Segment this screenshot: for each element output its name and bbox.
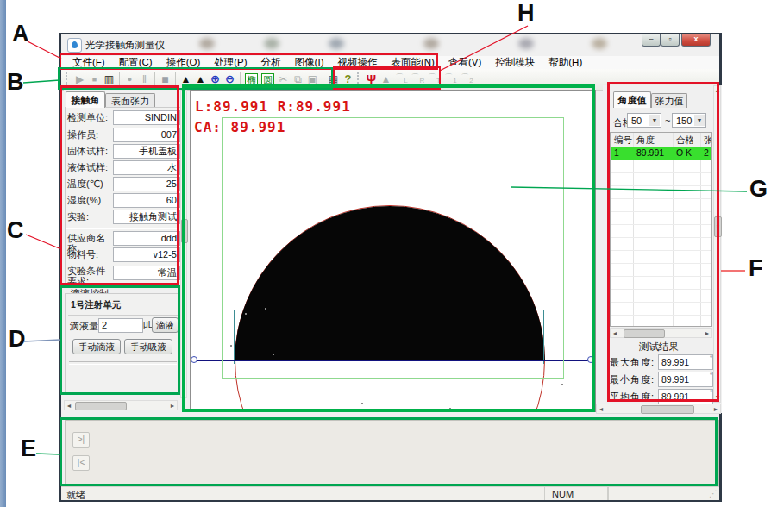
- roi-rectangle[interactable]: [222, 117, 564, 379]
- dispense-hand-icon[interactable]: Ψ: [365, 72, 378, 87]
- sessile-drop-icon[interactable]: ▲: [179, 72, 192, 87]
- table-row-1[interactable]: 1 89.991 O K 2: [611, 147, 712, 160]
- table-row: [611, 315, 712, 327]
- step-back-button[interactable]: |<: [72, 455, 90, 471]
- table-row: [611, 250, 712, 264]
- resize-grip-icon[interactable]: ⋰: [709, 489, 718, 498]
- print-icon[interactable]: ▦: [327, 72, 340, 87]
- screenshot-stage: 光学接触角测量仪 – ▫ x 文件(F) 配置(C) 操作(O) 处理(P) 分…: [0, 0, 771, 532]
- menu-analysis[interactable]: 分析: [254, 56, 288, 69]
- experiment-field[interactable]: 接触角测试: [113, 210, 180, 224]
- pause-icon[interactable]: ‖: [138, 72, 151, 87]
- temperature-field[interactable]: 25: [113, 177, 180, 191]
- dispense-button[interactable]: 滴液: [152, 317, 179, 333]
- toolbar-grip-2[interactable]: [357, 72, 362, 86]
- pass-max-combobox[interactable]: 150 ▼: [672, 113, 706, 128]
- angle-2-icon[interactable]: ⌒2: [460, 70, 474, 89]
- angle-left-icon[interactable]: ⌒L: [394, 70, 409, 89]
- condition-field[interactable]: 常温: [113, 266, 180, 280]
- drop-gray-icon[interactable]: ▲: [379, 72, 392, 87]
- table-row: [611, 160, 712, 173]
- pass-min-combobox[interactable]: 50 ▼: [627, 113, 661, 128]
- annotation-letter-A: A: [12, 21, 29, 47]
- detect-unit-field[interactable]: SINDIN: [113, 110, 180, 125]
- field-label: 检测单位:: [67, 112, 112, 122]
- menu-help[interactable]: 帮助(H): [542, 56, 589, 69]
- material-no-field[interactable]: v12-5: [113, 247, 180, 262]
- tab-contact-angle[interactable]: 接触角: [66, 91, 105, 108]
- crosshair-icon[interactable]: ⊕: [209, 72, 222, 87]
- help-icon[interactable]: ?: [342, 72, 354, 87]
- menu-video[interactable]: 视频操作: [330, 56, 384, 69]
- annotation-letter-C: C: [7, 217, 24, 244]
- left-panel-hscroll-thumb[interactable]: [75, 402, 127, 410]
- capture-device-icon[interactable]: ▥: [103, 72, 116, 87]
- left-panel-vscroll-thumb[interactable]: [181, 219, 188, 243]
- table-hscroll-thumb[interactable]: [624, 329, 665, 338]
- stop-icon[interactable]: ■: [88, 72, 101, 87]
- baseline-right-handle[interactable]: [587, 356, 594, 363]
- max-angle-field[interactable]: 89.991: [658, 354, 713, 370]
- angle-top-icon[interactable]: ⌒T: [427, 70, 442, 89]
- stop-capture-icon[interactable]: ■: [159, 72, 172, 87]
- volume-input[interactable]: 2: [98, 318, 143, 333]
- ellipse-fit-icon[interactable]: 椭: [245, 73, 258, 86]
- menu-operate[interactable]: 操作(O): [160, 56, 208, 69]
- menu-surface-energy[interactable]: 表面能(N): [384, 56, 441, 69]
- menu-config[interactable]: 配置(C): [112, 56, 160, 69]
- baseline-left-handle[interactable]: [191, 356, 197, 363]
- menu-view[interactable]: 查看(V): [442, 56, 488, 69]
- cut-icon[interactable]: ✂: [277, 72, 290, 87]
- supplier-field[interactable]: ddd: [113, 231, 180, 246]
- liquid-sample-field[interactable]: 水: [113, 160, 180, 175]
- field-label: 实验:: [67, 211, 112, 222]
- baseline-icon[interactable]: ⊖: [223, 72, 236, 87]
- title-bar[interactable]: 光学接触角测量仪 – ▫ x: [61, 34, 719, 57]
- step-forward-button[interactable]: >|: [72, 432, 90, 448]
- humidity-field[interactable]: 60: [113, 193, 180, 208]
- results-hscroll-thumb[interactable]: [641, 405, 694, 414]
- menu-control-module[interactable]: 控制模块: [488, 56, 542, 69]
- operator-field[interactable]: 007: [113, 128, 180, 142]
- field-label: 物料号:: [67, 249, 112, 260]
- left-panel-vscrollbar[interactable]: [180, 90, 187, 398]
- chevron-down-icon[interactable]: ▼: [694, 115, 705, 126]
- injection-unit-tab[interactable]: 1号注射单元: [71, 299, 121, 311]
- toolbar-grip[interactable]: [66, 72, 71, 86]
- menu-process[interactable]: 处理(P): [207, 56, 254, 69]
- annotation-letter-F: F: [749, 255, 763, 282]
- menu-image[interactable]: 图像(I): [288, 56, 331, 69]
- pendant-drop-icon[interactable]: ▲: [194, 72, 207, 87]
- minimize-button[interactable]: –: [642, 34, 661, 47]
- maximize-button[interactable]: ▫: [661, 34, 680, 47]
- angle-results-table[interactable]: 编号 角度 合格 张 1 89.991 O K 2: [610, 132, 712, 327]
- avg-angle-field[interactable]: 89.991: [658, 389, 713, 404]
- angle-1-icon[interactable]: ⌒1: [443, 70, 458, 89]
- drop-image-view[interactable]: L:89.991 R:89.991 CA: 89.991: [190, 90, 596, 412]
- close-button[interactable]: x: [681, 34, 711, 47]
- chevron-down-icon[interactable]: ▼: [649, 115, 660, 126]
- tab-angle-values[interactable]: 角度值: [613, 91, 651, 108]
- annotation-letter-E: E: [21, 435, 36, 462]
- play-icon[interactable]: ▶: [73, 72, 86, 87]
- results-vscroll-thumb[interactable]: ≡: [714, 216, 722, 237]
- manual-aspirate-button[interactable]: 手动吸液: [124, 339, 172, 354]
- annotation-letter-B: B: [7, 69, 24, 96]
- min-angle-field[interactable]: 89.991: [658, 372, 713, 387]
- menu-file[interactable]: 文件(F): [66, 56, 112, 69]
- group-separator: [66, 228, 179, 229]
- table-row: [611, 211, 712, 225]
- circle-fit-icon[interactable]: 圆: [261, 73, 274, 86]
- angle-right-icon[interactable]: ⌒R: [411, 70, 425, 89]
- record-icon[interactable]: ●: [123, 72, 136, 87]
- paste-icon[interactable]: ▣: [306, 72, 319, 87]
- manual-dispense-button[interactable]: 手动滴液: [72, 339, 121, 354]
- solid-sample-field[interactable]: 手机盖板: [113, 144, 180, 159]
- num-lock-indicator: NUM: [552, 489, 574, 499]
- tab-surface-tension[interactable]: 表面张力: [105, 93, 155, 108]
- tab-tension-values[interactable]: 张力值: [651, 93, 687, 108]
- annotation-letter-D: D: [9, 326, 26, 353]
- copy-icon[interactable]: ⧉: [291, 72, 304, 87]
- volume-label: 滴液量: [70, 320, 98, 333]
- results-vscrollbar[interactable]: ▲ ▼: [713, 85, 721, 403]
